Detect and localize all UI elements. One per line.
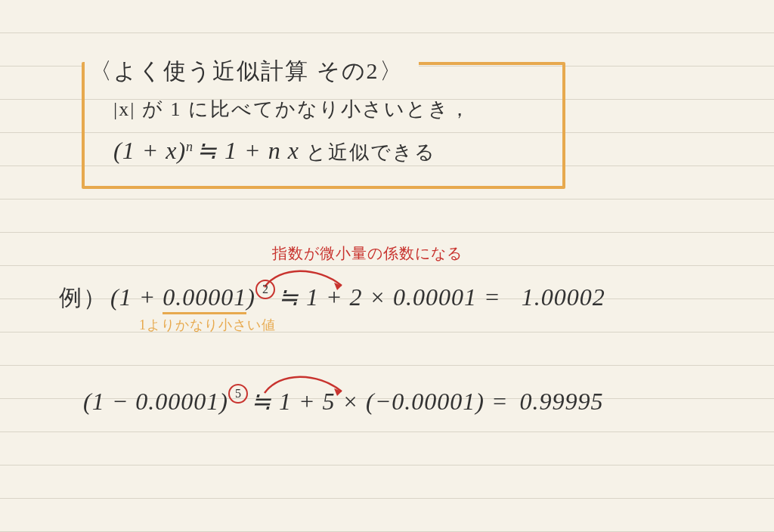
ex2-exponent-circled: 5 — [228, 384, 248, 404]
rule-lhs: (1 + x) — [113, 137, 186, 164]
annotation-exponent-coefficient: 指数が微小量の係数になる — [272, 243, 463, 264]
example-1: 例） (1 + 0.00001)2 ≒ 1 + 2 × 0.00001 = 1.… — [59, 281, 605, 314]
rule-condition: |x| が 1 に比べてかなり小さいとき， — [113, 94, 471, 125]
rule-suffix: と近似できる — [306, 141, 436, 163]
note-page: 〈よく使う近似計算 その2〉 |x| が 1 に比べてかなり小さいとき， (1 … — [0, 0, 774, 532]
example-2: (1 − 0.00001)5 ≒ 1 + 5 × (−0.00001) = 0.… — [83, 387, 604, 416]
ex2-lhs: (1 − 0.00001) — [83, 388, 228, 415]
ex1-approx: ≒ 1 + 2 × 0.00001 = — [278, 283, 508, 311]
rule-exponent: n — [186, 139, 194, 154]
example-label: 例） — [59, 285, 107, 310]
ex1-small-value: 0.00001 — [163, 283, 246, 314]
ex1-exponent-circled: 2 — [255, 280, 275, 299]
ex2-approx: ≒ 1 + 5 × (−0.00001) = — [251, 388, 515, 415]
rule-rhs: ≒ 1 + n x — [197, 137, 306, 164]
ex1-close: ) — [246, 283, 255, 311]
section-title: 〈よく使う近似計算 その2〉 — [85, 54, 419, 76]
ex1-open: (1 + — [110, 283, 163, 311]
ex1-result: 1.00002 — [522, 283, 605, 311]
ex2-result: 0.99995 — [520, 388, 604, 415]
annotation-small-value: 1よりかなり小さい値 — [139, 316, 276, 334]
rule-formula: (1 + x)n ≒ 1 + n x と近似できる — [113, 136, 436, 169]
